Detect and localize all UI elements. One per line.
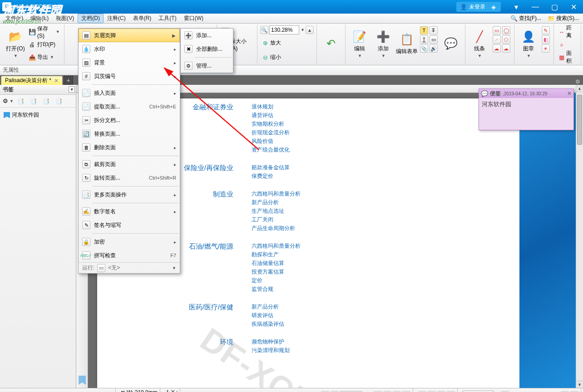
bookmark-add-button[interactable]: 📑	[15, 96, 26, 106]
menu-background[interactable]: ▨背景▸	[79, 56, 180, 69]
menu-bates[interactable]: #贝茨编号▸	[79, 69, 180, 83]
submenu-add[interactable]: ➕添加...	[181, 29, 233, 42]
new-tab-button[interactable]: +	[64, 76, 73, 85]
search-button[interactable]: 📁搜索(S)...	[545, 14, 581, 23]
tab-options-icon[interactable]: ⚙	[573, 78, 583, 85]
underline-icon[interactable]: T	[420, 35, 428, 44]
printer-icon: 🖨	[29, 41, 36, 48]
sticky-note-button[interactable]: 💬	[440, 25, 462, 62]
document-tab[interactable]: Palisade决策分析 * ✕	[1, 76, 63, 85]
menu-insert-pages[interactable]: 📄插入页面▸	[79, 86, 180, 100]
note-body[interactable]: 河东软件园	[479, 98, 573, 130]
bookmark-settings-button[interactable]: ⚙▼	[2, 96, 14, 106]
menu-split-doc[interactable]: ✂拆分文档...	[79, 113, 180, 127]
replace-icon: 🔄	[82, 130, 90, 138]
shape2-icon[interactable]: ✴	[542, 44, 550, 53]
maximize-button[interactable]: ▢	[545, 0, 564, 14]
distance-button[interactable]: ↔距离	[557, 25, 578, 38]
menu-comment[interactable]: 注释(C)	[104, 14, 129, 23]
cloud2-icon[interactable]: ☁	[502, 44, 510, 53]
menu-digital-sign[interactable]: ✍数字签名▸	[79, 205, 180, 218]
menu-more-page-ops[interactable]: 📑更多页面操作▸	[79, 188, 180, 201]
menu-rotate-shortcut: Ctrl+Shift+R	[149, 175, 176, 181]
menu-watermark[interactable]: 💧水印▸	[79, 42, 180, 56]
login-button[interactable]: 👤 未登录 ◈	[456, 2, 501, 12]
bookmark-new-button[interactable]: 📑	[40, 96, 52, 106]
menu-view[interactable]: 视图(V)	[52, 14, 78, 23]
add-button[interactable]: ➕添加▼	[372, 25, 395, 62]
pencil-icon[interactable]: ✎	[542, 26, 550, 34]
menu-document[interactable]: 文档(D)	[78, 14, 104, 23]
print-button[interactable]: 🖨打印(P)	[27, 38, 61, 51]
file-attach-icon[interactable]: 📎	[420, 44, 428, 53]
export-button[interactable]: 📤导出▼	[27, 51, 61, 64]
polygon-icon[interactable]: ⬠	[502, 35, 510, 44]
polyline-icon[interactable]: ⟋	[493, 35, 501, 44]
undo-button[interactable]: ↶	[320, 25, 342, 62]
submenu-manage[interactable]: ⚙管理...	[181, 59, 233, 73]
find-button[interactable]: 🔍查找(F)...	[508, 14, 543, 23]
menu-dropdown-button[interactable]: ▾	[507, 0, 526, 14]
menu-form[interactable]: 表单(R)	[129, 14, 155, 23]
cloud-icon[interactable]: ☁	[493, 44, 501, 53]
menu-delete-pages[interactable]: 🗑删除页面▸	[79, 141, 180, 154]
zoom-mode-icon[interactable]: 🔍	[260, 26, 268, 34]
note-header[interactable]: 💬 便签 ,2019-04-12, 16:30:29 ✕	[479, 89, 573, 98]
submenu-remove-all[interactable]: ✖全部删除...	[181, 42, 233, 56]
strike-icon[interactable]: T̶	[430, 26, 438, 34]
menu-sign-compress[interactable]: ✎签名与缩写	[79, 218, 180, 232]
rect-icon[interactable]: ▭	[493, 26, 501, 34]
bookmark-corner-icon[interactable]	[76, 374, 88, 387]
menu-edit[interactable]: 编辑(E)	[27, 14, 52, 23]
highlight-icon[interactable]: T	[420, 26, 428, 34]
open-button[interactable]: 📂 打开(O)▼	[5, 25, 26, 62]
menu-crop-pages[interactable]: ⧉裁剪页面▸	[79, 157, 180, 171]
perimeter-button[interactable]: ⟐	[557, 38, 578, 51]
lock-dim-icon[interactable]: ⊏	[121, 390, 125, 392]
vertical-scrollbar[interactable]: ▲ ▼	[576, 85, 583, 388]
menu-tool[interactable]: 工具(T)	[155, 14, 180, 23]
items-finance: 退休规划通货评估实物期权分析折现现金流分析风险价值资产组合最优化	[252, 103, 290, 154]
bookmarks-options-icon[interactable]: ▾	[69, 86, 75, 93]
edit-button[interactable]: 📝编辑▼	[348, 25, 371, 62]
note-close-icon[interactable]: ✕	[567, 90, 572, 97]
minimize-button[interactable]: —	[526, 0, 545, 14]
bookmark-add-child-button[interactable]: 📑	[27, 96, 39, 106]
zoom-input[interactable]	[269, 25, 299, 34]
box-icon[interactable]: ▭	[430, 35, 438, 44]
area-button[interactable]: ▦面积	[557, 51, 578, 64]
close-button[interactable]: ✕	[564, 0, 583, 14]
menu-rotate-pages[interactable]: ↻旋转页面...Ctrl+Shift+R	[79, 171, 180, 185]
insert-page-icon: 📄	[82, 89, 90, 97]
bookmarks-panel: 书签 ▾ ⚙▼ 📑 📑 📑 📑 河东软件园	[0, 85, 76, 388]
wifi-icon: ◈	[490, 3, 497, 10]
menu-extract-pages[interactable]: 📄提取页面...Ctrl+Shift+E	[79, 100, 180, 113]
edit-form-button[interactable]: 📋编辑表单	[395, 25, 418, 62]
menu-header-footer[interactable]: ▤页眉页脚▶	[79, 29, 180, 42]
add-label: 添加	[378, 45, 389, 53]
scroll-down-icon[interactable]: ▼	[576, 381, 583, 388]
scroll-up-icon[interactable]: ▲	[576, 85, 583, 92]
scroll-thumb[interactable]	[577, 95, 582, 145]
zoom-in-button[interactable]: ⊕放大	[260, 36, 314, 49]
menu-spellcheck[interactable]: ABC✓拼写检查F7	[79, 249, 180, 262]
lines-button[interactable]: ╱ 线条▼	[468, 25, 491, 62]
status-zoom-input[interactable]	[463, 391, 494, 392]
menu-encrypt[interactable]: 🔒加密▸	[79, 235, 180, 249]
menu-file[interactable]: 文件(F)	[2, 14, 27, 23]
bookmark-delete-button[interactable]: 📑	[53, 96, 64, 106]
bookmark-item[interactable]: 河东软件园	[3, 110, 73, 120]
save-button[interactable]: 💾保存(S)▼	[27, 25, 61, 38]
menu-run-footer[interactable]: 运行: ▭ <无> ▼	[79, 262, 180, 273]
tab-close-icon[interactable]: ✕	[54, 78, 59, 84]
sound-icon[interactable]: 🔊	[430, 44, 438, 53]
circle-icon[interactable]: ◯	[502, 26, 510, 34]
zoom-step-up[interactable]: ▲	[306, 26, 314, 34]
eraser-icon[interactable]: ◧	[542, 35, 550, 44]
stamp-button[interactable]: 👤图章▼	[517, 25, 540, 62]
sticky-note[interactable]: 💬 便签 ,2019-04-12, 16:30:29 ✕ 河东软件园	[479, 88, 574, 130]
zoom-out-button[interactable]: ⊖缩小	[260, 51, 314, 64]
menu-window[interactable]: 窗口(W)	[180, 14, 207, 23]
menu-replace-pages[interactable]: 🔄替换页面...	[79, 127, 180, 141]
zoomin-label: 放大	[270, 39, 281, 47]
